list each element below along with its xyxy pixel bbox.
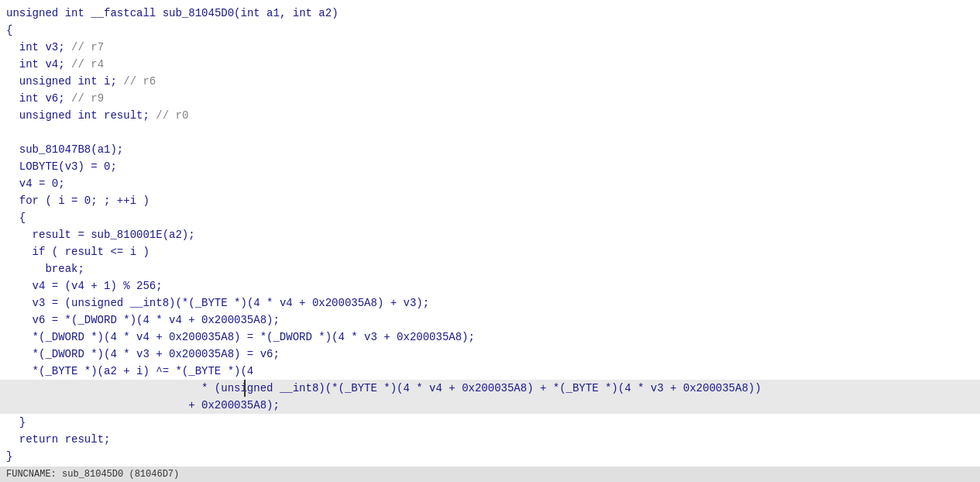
code-line-text: LOBYTE(v3) = 0;: [6, 158, 117, 175]
code-line-text: *(_BYTE *)(a2 + i) ^= *(_BYTE *)(4: [6, 363, 253, 380]
code-line-text: v4 = 0;: [6, 175, 65, 192]
code-line-text: unsigned int __fastcall sub_81045D0(int …: [6, 5, 339, 22]
code-line: break;: [0, 260, 980, 277]
code-line: * (unsigned __int8)(*(_BYTE *)(4 * v4 + …: [0, 380, 980, 397]
code-line: }: [0, 448, 980, 465]
code-line: int v3; // r7: [0, 39, 980, 56]
code-line-text: }: [6, 448, 12, 465]
code-line-text: int v6; // r9: [6, 90, 104, 107]
code-line-text: v3 = (unsigned __int8)(*(_BYTE *)(4 * v4…: [6, 294, 429, 312]
code-line: v4 = 0;: [0, 175, 980, 192]
code-line: *(_DWORD *)(4 * v4 + 0x200035A8) = *(_DW…: [0, 329, 980, 346]
code-line: unsigned int i; // r6: [0, 73, 980, 90]
status-bar: FUNCNAME: sub_81045D0 (81046D7): [0, 467, 980, 482]
code-line-text: * (unsigned __int8)(*(_BYTE *)(4 * v4 + …: [6, 380, 762, 397]
code-line-text: unsigned int result; // r0: [6, 107, 188, 124]
code-line: return result;: [0, 431, 980, 448]
code-line-text: unsigned int i; // r6: [6, 73, 156, 90]
code-line-text: sub_81047B8(a1);: [6, 141, 123, 158]
code-line: {: [0, 209, 980, 226]
code-line: v4 = (v4 + 1) % 256;: [0, 277, 980, 294]
code-line: }: [0, 414, 980, 431]
code-line: [0, 124, 980, 141]
code-line: unsigned int __fastcall sub_81045D0(int …: [0, 5, 980, 22]
code-line: *(_BYTE *)(a2 + i) ^= *(_BYTE *)(4: [0, 363, 980, 380]
code-line: if ( result <= i ): [0, 243, 980, 260]
code-line-text: {: [6, 209, 26, 226]
code-line: sub_81047B8(a1);: [0, 141, 980, 158]
code-viewer: unsigned int __fastcall sub_81045D0(int …: [0, 0, 980, 482]
code-line-text: break;: [6, 260, 84, 277]
code-line: + 0x200035A8);: [0, 397, 980, 414]
code-line-text: *(_DWORD *)(4 * v3 + 0x200035A8) = v6;: [6, 346, 280, 363]
code-line-text: return result;: [6, 431, 110, 448]
code-line-text: int v3; // r7: [6, 39, 104, 56]
code-line-text: int v4; // r4: [6, 56, 104, 73]
code-line: for ( i = 0; ; ++i ): [0, 192, 980, 209]
code-line: *(_DWORD *)(4 * v3 + 0x200035A8) = v6;: [0, 346, 980, 363]
code-line: LOBYTE(v3) = 0;: [0, 158, 980, 175]
code-line-text: {: [6, 22, 12, 39]
code-line-text: *(_DWORD *)(4 * v4 + 0x200035A8) = *(_DW…: [6, 329, 475, 346]
code-line-text: v6 = *(_DWORD *)(4 * v4 + 0x200035A8);: [6, 312, 280, 329]
code-line: v3 = (unsigned __int8)(*(_BYTE *)(4 * v4…: [0, 294, 980, 312]
code-line-text: if ( result <= i ): [6, 243, 150, 260]
code-content: unsigned int __fastcall sub_81045D0(int …: [0, 5, 980, 482]
code-line: result = sub_810001E(a2);: [0, 226, 980, 243]
code-line: unsigned int result; // r0: [0, 107, 980, 124]
code-line-text: for ( i = 0; ; ++i ): [6, 192, 150, 209]
code-line-text: v4 = (v4 + 1) % 256;: [6, 277, 163, 294]
code-line: {: [0, 22, 980, 39]
code-line: int v4; // r4: [0, 56, 980, 73]
code-line: v6 = *(_DWORD *)(4 * v4 + 0x200035A8);: [0, 312, 980, 329]
code-line-text: result = sub_810001E(a2);: [6, 226, 195, 243]
code-line-text: + 0x200035A8);: [6, 397, 280, 414]
code-line-text: }: [6, 414, 26, 431]
status-text: FUNCNAME: sub_81045D0 (81046D7): [6, 469, 179, 480]
code-line: int v6; // r9: [0, 90, 980, 107]
